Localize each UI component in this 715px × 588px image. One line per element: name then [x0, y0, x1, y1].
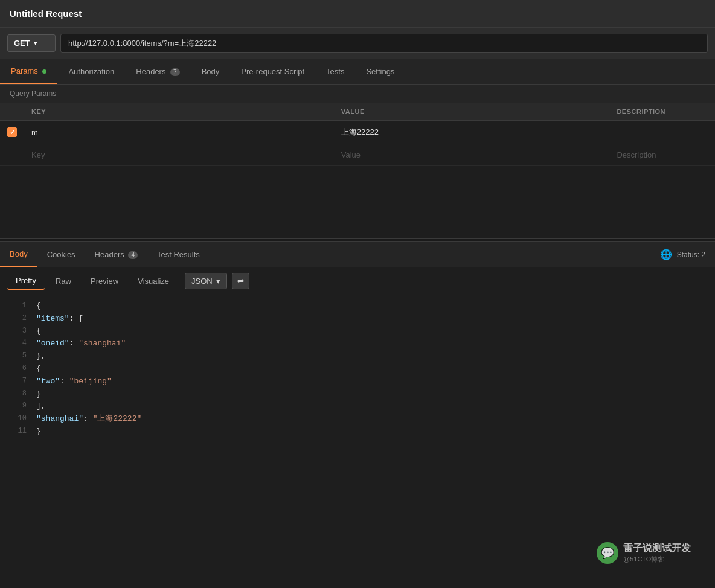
page-title: Untitled Request	[10, 8, 82, 19]
col-check-header	[0, 103, 24, 121]
code-line: 4 "oneid": "shanghai"	[0, 337, 715, 350]
line-content: "two": "beijing"	[36, 375, 710, 388]
globe-icon: 🌐	[660, 249, 672, 260]
format-tab-visualize[interactable]: Visualize	[129, 273, 178, 289]
response-tab-cookies-label: Cookies	[47, 250, 75, 259]
line-number: 1	[5, 300, 27, 313]
response-tab-headers[interactable]: Headers 4	[85, 243, 147, 266]
watermark-logo: 💬	[597, 542, 618, 564]
tab-settings[interactable]: Settings	[355, 60, 405, 83]
headers-badge: 7	[170, 68, 180, 76]
format-tab-raw-label: Raw	[56, 276, 71, 286]
response-tab-body-label: Body	[10, 249, 28, 258]
url-bar: GET ▾	[0, 28, 715, 59]
params-empty-space	[0, 166, 715, 238]
request-tabs: Params Authorization Headers 7 Body Pre-…	[0, 59, 715, 85]
json-format-label: JSON	[191, 276, 213, 286]
tab-settings-label: Settings	[366, 67, 394, 76]
line-number: 7	[5, 375, 27, 388]
wrap-icon: ⇌	[237, 276, 244, 286]
watermark-icon: 💬	[601, 546, 614, 560]
status-area: 🌐 Status: 2	[650, 249, 715, 260]
format-tab-preview-label: Preview	[91, 276, 118, 286]
line-content: ],	[36, 400, 710, 413]
tab-params-label: Params	[11, 66, 38, 75]
response-tab-test-results[interactable]: Test Results	[147, 243, 210, 266]
tab-tests-label: Tests	[326, 67, 344, 76]
code-line: 11 }	[0, 426, 715, 438]
line-content: {	[36, 300, 710, 313]
url-input[interactable]	[60, 34, 708, 53]
code-line: 5 },	[0, 350, 715, 363]
json-format-chevron: ▾	[216, 276, 220, 286]
line-content: "shanghai": "上海22222"	[36, 413, 710, 426]
line-content: }	[36, 426, 710, 438]
params-dot	[42, 69, 46, 74]
code-line: 9 ],	[0, 400, 715, 413]
params-table: KEY VALUE DESCRIPTION m 上海22222	[0, 103, 715, 166]
col-value-header: VALUE	[334, 103, 610, 121]
empty-desc-placeholder: Description	[617, 150, 656, 159]
tab-headers[interactable]: Headers 7	[125, 60, 190, 83]
format-bar: Pretty Raw Preview Visualize JSON ▾ ⇌	[0, 267, 715, 295]
title-bar: Untitled Request	[0, 0, 715, 28]
format-tab-pretty-label: Pretty	[16, 276, 36, 285]
response-tab-cookies[interactable]: Cookies	[37, 243, 85, 266]
method-chevron: ▾	[34, 40, 37, 46]
line-number: 8	[5, 388, 27, 401]
row-value-value: 上海22222	[341, 127, 379, 136]
code-line: 1 {	[0, 300, 715, 313]
row-desc-cell[interactable]	[609, 121, 715, 144]
tab-authorization-label: Authorization	[68, 67, 114, 76]
tab-authorization[interactable]: Authorization	[57, 60, 125, 83]
line-content: }	[36, 388, 710, 401]
code-line: 3 {	[0, 325, 715, 338]
row-value-cell[interactable]: 上海22222	[334, 121, 610, 144]
line-number: 5	[5, 350, 27, 363]
format-tab-preview[interactable]: Preview	[82, 273, 127, 289]
line-content: {	[36, 363, 710, 375]
line-number: 9	[5, 400, 27, 413]
line-content: "items": [	[36, 313, 710, 325]
empty-value-placeholder: Value	[341, 150, 361, 159]
json-format-select[interactable]: JSON ▾	[185, 273, 227, 289]
method-select[interactable]: GET ▾	[7, 34, 56, 52]
line-content: },	[36, 350, 710, 363]
response-tabs: Body Cookies Headers 4 Test Results 🌐 St…	[0, 242, 715, 267]
table-empty-row: Key Value Description	[0, 144, 715, 166]
table-header-row: KEY VALUE DESCRIPTION	[0, 103, 715, 121]
line-number: 6	[5, 363, 27, 375]
wrap-button[interactable]: ⇌	[232, 273, 249, 289]
row-checkbox[interactable]	[7, 127, 17, 137]
tab-body-label: Body	[202, 67, 220, 76]
response-tab-test-results-label: Test Results	[157, 250, 200, 259]
row-key-cell[interactable]: m	[24, 121, 334, 144]
code-line: 6 {	[0, 363, 715, 375]
empty-key-placeholder: Key	[31, 150, 45, 159]
tab-params[interactable]: Params	[0, 59, 57, 84]
col-desc-header: DESCRIPTION	[609, 103, 715, 121]
watermark-text: 雷子说测试开发 @51CTO博客	[623, 542, 691, 564]
response-tab-headers-label: Headers	[95, 250, 124, 259]
tab-headers-label: Headers	[136, 67, 165, 76]
line-number: 3	[5, 325, 27, 338]
watermark-subtitle: @51CTO博客	[623, 555, 691, 564]
response-headers-badge: 4	[128, 251, 138, 259]
format-tab-raw[interactable]: Raw	[47, 273, 80, 289]
tab-tests[interactable]: Tests	[315, 60, 355, 83]
response-tab-body[interactable]: Body	[0, 242, 37, 267]
watermark: 💬 雷子说测试开发 @51CTO博客	[597, 542, 691, 564]
code-line: 2 "items": [	[0, 313, 715, 325]
tab-body[interactable]: Body	[191, 60, 231, 83]
code-line: 8 }	[0, 388, 715, 401]
line-number: 4	[5, 337, 27, 350]
format-tab-pretty[interactable]: Pretty	[7, 272, 45, 290]
code-line: 7 "two": "beijing"	[0, 375, 715, 388]
tab-pre-request[interactable]: Pre-request Script	[230, 60, 315, 83]
tab-pre-request-label: Pre-request Script	[241, 67, 304, 76]
row-key-value: m	[31, 128, 38, 137]
table-row: m 上海22222	[0, 121, 715, 144]
line-content: {	[36, 325, 710, 338]
line-number: 2	[5, 313, 27, 325]
line-number: 10	[5, 413, 27, 426]
